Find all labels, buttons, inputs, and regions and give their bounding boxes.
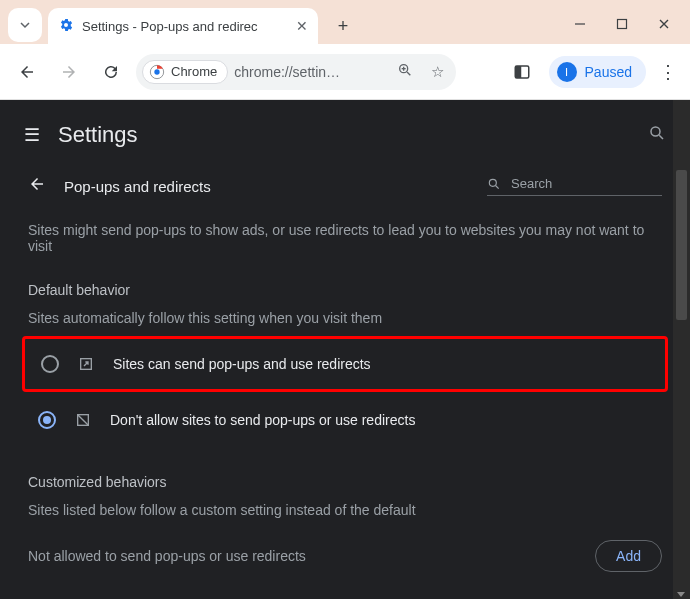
chevron-down-icon xyxy=(19,19,31,31)
page-back-button[interactable] xyxy=(28,175,46,198)
search-placeholder: Search xyxy=(511,176,552,191)
option-allow-label: Sites can send pop-ups and use redirects xyxy=(113,356,371,372)
app-title: Settings xyxy=(58,122,648,148)
radio-unselected-icon xyxy=(41,355,59,373)
svg-line-16 xyxy=(78,415,89,426)
avatar-icon: I xyxy=(557,62,577,82)
svg-rect-9 xyxy=(515,66,521,78)
svg-line-5 xyxy=(407,72,410,75)
browser-tab[interactable]: Settings - Pop-ups and redirec ✕ xyxy=(48,8,318,44)
new-tab-button[interactable]: + xyxy=(328,11,358,41)
svg-point-10 xyxy=(651,127,660,136)
default-behavior-title: Default behavior xyxy=(28,282,662,298)
omnibox[interactable]: Chrome chrome://settin… ☆ xyxy=(136,54,456,90)
scrollbar-thumb[interactable] xyxy=(676,170,687,320)
option-allow-popups[interactable]: Sites can send pop-ups and use redirects xyxy=(22,336,668,392)
custom-behavior-title: Customized behaviors xyxy=(28,474,662,490)
content-viewport: ☰ Settings Pop-ups and redirects Search … xyxy=(0,100,690,599)
url-text: chrome://settin… xyxy=(234,64,386,80)
hamburger-icon[interactable]: ☰ xyxy=(24,124,40,146)
minimize-button[interactable] xyxy=(570,14,590,34)
page-header: Pop-ups and redirects Search xyxy=(28,164,662,208)
add-button[interactable]: Add xyxy=(595,540,662,572)
close-icon[interactable]: ✕ xyxy=(296,18,308,34)
custom-behavior-subtitle: Sites listed below follow a custom setti… xyxy=(28,502,662,518)
page-title: Pop-ups and redirects xyxy=(64,178,487,195)
option-block-label: Don't allow sites to send pop-ups or use… xyxy=(110,412,415,428)
not-allowed-label: Not allowed to send pop-ups or use redir… xyxy=(28,548,306,564)
not-allowed-row: Not allowed to send pop-ups or use redir… xyxy=(28,528,662,584)
settings-search-icon[interactable] xyxy=(648,124,666,146)
settings-gear-icon xyxy=(58,17,74,36)
scroll-arrow-down-icon[interactable] xyxy=(677,592,685,597)
search-icon xyxy=(487,177,501,191)
toolbar: Chrome chrome://settin… ☆ I Paused ⋮ xyxy=(0,44,690,100)
svg-line-11 xyxy=(659,135,663,139)
side-panel-button[interactable] xyxy=(505,55,539,89)
settings-app-header: ☰ Settings xyxy=(6,106,684,164)
svg-point-12 xyxy=(489,179,496,186)
radio-selected-icon xyxy=(38,411,56,429)
blocked-popup-icon xyxy=(74,411,92,429)
bookmark-icon[interactable]: ☆ xyxy=(424,63,450,81)
open-external-icon xyxy=(77,355,95,373)
maximize-button[interactable] xyxy=(612,14,632,34)
nav-forward-button[interactable] xyxy=(52,55,86,89)
site-chip-label: Chrome xyxy=(171,64,217,79)
option-block-popups[interactable]: Don't allow sites to send pop-ups or use… xyxy=(28,392,662,448)
browser-menu-button[interactable]: ⋮ xyxy=(656,61,680,83)
svg-line-13 xyxy=(496,185,499,188)
scrollbar[interactable] xyxy=(673,100,690,599)
zoom-icon[interactable] xyxy=(392,62,418,81)
page-search-input[interactable]: Search xyxy=(487,176,662,196)
svg-rect-1 xyxy=(618,20,627,29)
profile-dropdown[interactable] xyxy=(8,8,42,42)
window-close-button[interactable] xyxy=(654,14,674,34)
chrome-icon xyxy=(149,64,165,80)
titlebar: Settings - Pop-ups and redirec ✕ + xyxy=(0,0,690,44)
profile-pill[interactable]: I Paused xyxy=(549,56,646,88)
nav-back-button[interactable] xyxy=(10,55,44,89)
site-chip[interactable]: Chrome xyxy=(142,60,228,84)
page-description: Sites might send pop-ups to show ads, or… xyxy=(28,222,662,254)
tab-title: Settings - Pop-ups and redirec xyxy=(82,19,288,34)
reload-button[interactable] xyxy=(94,55,128,89)
window-controls xyxy=(570,14,674,34)
default-behavior-subtitle: Sites automatically follow this setting … xyxy=(28,310,662,326)
profile-status: Paused xyxy=(585,64,632,80)
